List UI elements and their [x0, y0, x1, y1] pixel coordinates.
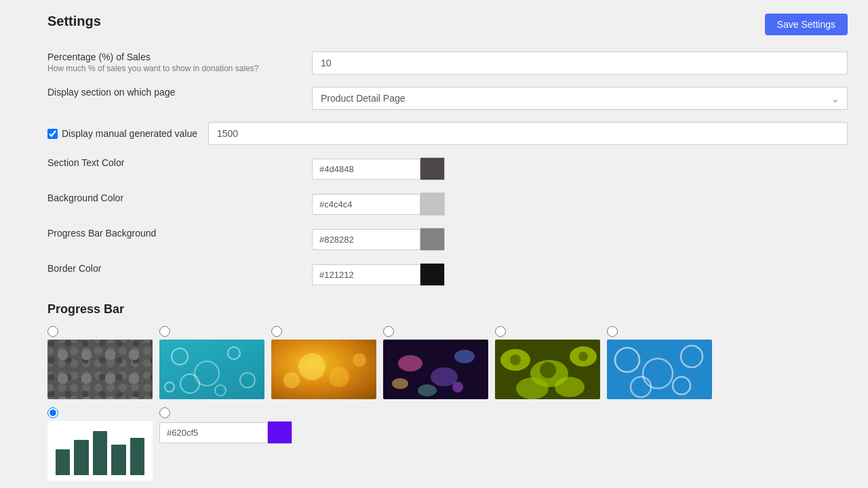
svg-point-24: [578, 352, 588, 361]
page-title: Settings: [47, 14, 101, 29]
progress-bar-color-wrapper: [159, 421, 309, 444]
percentage-row: Percentage (%) of Sales How much % of sa…: [47, 52, 848, 75]
manual-value-control: [208, 122, 848, 145]
svg-point-0: [172, 348, 188, 365]
manual-value-input[interactable]: [208, 122, 848, 145]
border-color-control: [312, 263, 848, 286]
border-color-label-text: Border Color: [47, 263, 312, 274]
progress-bar-radio-color[interactable]: [159, 407, 170, 418]
progress-bar-image-5[interactable]: [495, 340, 600, 399]
bar-3: [93, 431, 107, 475]
save-settings-button[interactable]: Save Settings: [765, 14, 848, 35]
svg-point-21: [555, 377, 585, 397]
background-color-input[interactable]: [312, 194, 420, 215]
background-color-control: [312, 192, 848, 216]
progress-bar-radio-1[interactable]: [47, 326, 58, 337]
svg-point-5: [165, 382, 174, 392]
background-color-label: Background Color: [47, 192, 312, 203]
section-text-color-row: Section Text Color: [47, 157, 848, 180]
progress-bar-radio-6[interactable]: [607, 326, 618, 337]
progress-bar-bg-input[interactable]: [312, 229, 420, 250]
progress-bar-image-3[interactable]: [271, 340, 376, 399]
percentage-label: Percentage (%) of Sales: [47, 52, 312, 62]
progress-bar-bg-label-text: Progress Bar Background: [47, 228, 312, 239]
background-color-label-text: Background Color: [47, 192, 312, 203]
border-color-row: Border Color: [47, 263, 848, 286]
progress-bar-section-heading: Progress Bar: [47, 302, 848, 317]
svg-point-2: [228, 347, 240, 359]
progress-bar-item-3: [271, 326, 376, 399]
svg-point-1: [195, 361, 219, 386]
percentage-label-group: Percentage (%) of Sales How much % of sa…: [47, 52, 312, 73]
progress-bar-grid: [47, 326, 848, 399]
background-color-swatch[interactable]: [420, 192, 445, 216]
section-text-color-label: Section Text Color: [47, 157, 312, 168]
svg-point-23: [510, 354, 521, 365]
bar-5: [130, 438, 144, 475]
progress-bar-bg-swatch[interactable]: [420, 228, 445, 251]
progress-bar-image-2[interactable]: [159, 340, 264, 399]
progress-bar-item-4: [383, 326, 488, 399]
svg-point-22: [540, 362, 556, 378]
background-color-row: Background Color: [47, 192, 848, 216]
svg-point-4: [240, 373, 255, 388]
svg-point-14: [392, 378, 408, 389]
svg-point-29: [673, 377, 690, 394]
bar-2: [74, 440, 88, 475]
manual-checkbox-label[interactable]: Display manual generated value: [62, 128, 197, 139]
percentage-control: [312, 52, 848, 75]
progress-bar-item-6: [607, 326, 712, 399]
svg-point-25: [615, 348, 639, 372]
progress-bar-image-1[interactable]: [47, 340, 153, 399]
svg-point-28: [631, 377, 651, 397]
manual-checkbox[interactable]: [47, 129, 58, 139]
display-page-select-wrapper: Product Detail Page Cart Page Checkout P…: [312, 87, 848, 110]
svg-point-7: [298, 353, 326, 380]
progress-bar-radio-5[interactable]: [495, 326, 506, 337]
header-bar: Settings Save Settings: [47, 14, 848, 35]
progress-bar-image-6[interactable]: [607, 340, 712, 399]
border-color-label: Border Color: [47, 263, 312, 274]
progress-bar-radio-2[interactable]: [159, 326, 170, 337]
progress-bar-bg-row: Progress Bar Background: [47, 228, 848, 251]
progress-bar-bg-control: [312, 228, 848, 251]
background-color-wrapper: [312, 192, 461, 216]
section-text-color-control: [312, 157, 848, 180]
progress-bar-radio-barchart[interactable]: [47, 407, 58, 418]
svg-point-6: [215, 385, 226, 396]
svg-point-15: [418, 384, 437, 396]
progress-bar-radio-3[interactable]: [271, 326, 282, 337]
section-text-color-wrapper: [312, 157, 461, 180]
display-page-control: Product Detail Page Cart Page Checkout P…: [312, 87, 848, 110]
section-text-color-input[interactable]: [312, 159, 420, 180]
progress-bar-image-barchart[interactable]: [47, 421, 153, 481]
progress-bar-color-input[interactable]: [159, 422, 268, 443]
progress-bar-image-4[interactable]: [383, 340, 488, 399]
border-color-wrapper: [312, 263, 461, 286]
section-text-color-label-text: Section Text Color: [47, 157, 312, 168]
settings-panel: Settings Save Settings Percentage (%) of…: [0, 0, 868, 488]
progress-bar-color-picker-item: [159, 407, 309, 444]
section-text-color-swatch[interactable]: [420, 157, 445, 180]
bar-4: [111, 445, 125, 475]
svg-point-13: [454, 350, 475, 363]
display-page-select[interactable]: Product Detail Page Cart Page Checkout P…: [312, 87, 848, 110]
progress-bar-second-row: [47, 407, 848, 481]
progress-bar-bg-wrapper: [312, 228, 461, 251]
svg-point-16: [452, 382, 463, 392]
progress-bar-item-1: [47, 326, 153, 399]
progress-bar-radio-4[interactable]: [383, 326, 394, 337]
percentage-sublabel: How much % of sales you want to show in …: [47, 64, 312, 73]
percentage-input[interactable]: [312, 52, 848, 75]
border-color-input[interactable]: [312, 264, 420, 285]
svg-point-3: [180, 374, 199, 393]
svg-point-8: [329, 367, 349, 387]
progress-bar-color-swatch[interactable]: [268, 421, 292, 444]
bar-1: [56, 449, 70, 475]
svg-point-27: [681, 346, 703, 367]
svg-point-20: [516, 378, 549, 399]
display-page-label: Display section on which page: [47, 87, 312, 98]
display-page-label-text: Display section on which page: [47, 87, 312, 98]
progress-bar-item-2: [159, 326, 264, 399]
border-color-swatch[interactable]: [420, 263, 445, 286]
